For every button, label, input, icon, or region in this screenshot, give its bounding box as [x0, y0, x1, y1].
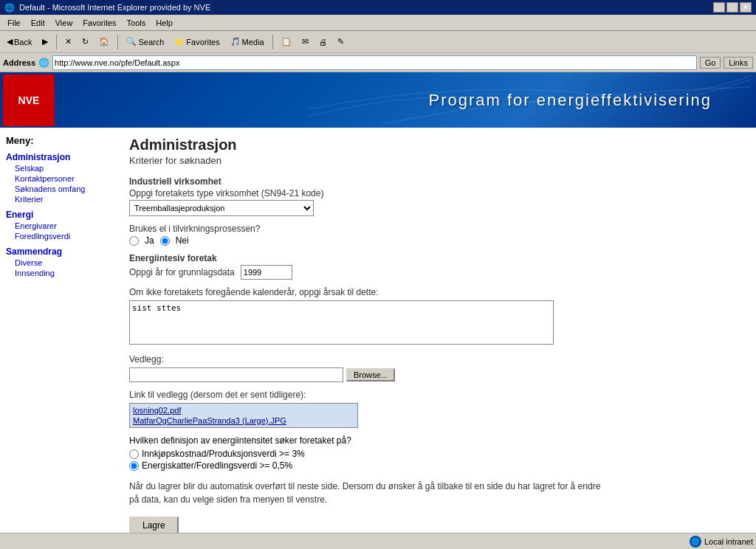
print-button[interactable]: 🖨	[315, 36, 331, 48]
title-bar-left: 🌐 Default - Microsoft Internet Explorer …	[4, 3, 210, 13]
sidebar-item-sammendrag[interactable]: Sammendrag	[6, 246, 109, 257]
sidebar-link-kontaktpersoner[interactable]: Kontaktpersoner	[6, 174, 109, 183]
textarea-wrap: sist sttes	[129, 300, 741, 347]
mail-button[interactable]: ✉	[298, 35, 312, 48]
title-bar-buttons[interactable]: _ □ ✕	[713, 2, 752, 13]
title-bar: 🌐 Default - Microsoft Internet Explorer …	[0, 0, 756, 15]
grunnlagsdata-label: Oppgi år for grunnlagsdata	[129, 267, 235, 277]
toolbar-separator-2	[117, 35, 118, 49]
address-input-wrap	[52, 55, 697, 70]
menu-view[interactable]: View	[51, 18, 78, 28]
virksomhet-select[interactable]: Treemballasjeproduksjon	[129, 200, 314, 216]
industrial-section: Industriell virksomhet Oppgi foretakets …	[129, 176, 741, 216]
el-nei-label: Nei	[176, 235, 189, 246]
home-button[interactable]: 🏠	[95, 35, 113, 48]
el-label: Brukes el i tilvirkningsprosessen?	[129, 224, 741, 234]
sidebar-item-energi[interactable]: Energi	[6, 210, 109, 220]
address-bar: Address 🌐 Go Links	[0, 53, 756, 72]
vedlegg-section: Vedlegg: Browse...	[129, 354, 741, 382]
status-right-text: Local intranet	[704, 537, 753, 544]
foregaende-label: Om ikke foretakets foregående kalenderår…	[129, 287, 741, 297]
definition-label: Hvilken definisjon av energiintensitet s…	[129, 435, 741, 446]
status-right: 🌐 Local intranet	[690, 536, 753, 544]
nve-logo: NVE	[3, 75, 55, 126]
address-globe-icon: 🌐	[38, 58, 49, 68]
main-layout: Meny: Administrasjon Selskap Kontaktpers…	[0, 128, 756, 543]
local-intranet-icon: 🌐	[690, 536, 701, 544]
virksomhet-label: Oppgi foretakets type virksomhet (SN94-2…	[129, 188, 741, 198]
toolbar: ◀ Back ▶ ✕ ↻ 🏠 🔍 Search ⭐ Favorites 🎵 Me…	[0, 31, 756, 53]
link-list-item-0[interactable]: losning02.pdf	[131, 405, 356, 415]
el-ja-label: Ja	[145, 235, 154, 246]
sidebar-link-foredlingsverdi[interactable]: Foredlingsverdi	[6, 232, 109, 241]
file-input-row: Browse...	[129, 367, 741, 382]
definition-option2-radio[interactable]	[129, 461, 139, 471]
header-title: Program for energieffektivisering	[428, 91, 712, 110]
el-nei-radio[interactable]	[160, 236, 170, 246]
menu-file[interactable]: File	[3, 18, 25, 28]
definition-option1-radio[interactable]	[129, 449, 139, 459]
grunnlagsdata-input[interactable]	[241, 265, 292, 280]
sidebar-link-innsending[interactable]: Innsending	[6, 269, 109, 277]
el-section: Brukes el i tilvirkningsprosessen? Ja Ne…	[129, 224, 741, 246]
sidebar-link-soknadens-omfang[interactable]: Søknadens omfang	[6, 184, 109, 193]
title-bar-icon: 🌐	[4, 3, 15, 13]
close-button[interactable]: ✕	[740, 2, 752, 13]
favorites-button[interactable]: ⭐ Favorites	[171, 35, 223, 48]
foregaende-section: Om ikke foretakets foregående kalenderår…	[129, 287, 741, 347]
sidebar-link-diverse[interactable]: Diverse	[6, 258, 109, 267]
go-button[interactable]: Go	[700, 57, 721, 69]
definition-option1-row: Innkjøpskostnad/Produksjonsverdi >= 3%	[129, 449, 741, 459]
content-area: Administrasjon Kriterier for søknaden In…	[114, 128, 756, 543]
industrial-header: Industriell virksomhet	[129, 176, 741, 187]
page-title: Administrasjon	[129, 137, 741, 153]
stop-button[interactable]: ✕	[61, 35, 75, 48]
nve-logo-text: NVE	[18, 94, 40, 106]
back-button[interactable]: ◀ Back	[3, 35, 35, 48]
maximize-button[interactable]: □	[726, 2, 738, 13]
el-ja-radio[interactable]	[129, 236, 139, 246]
sidebar: Meny: Administrasjon Selskap Kontaktpers…	[0, 128, 114, 543]
refresh-button[interactable]: ↻	[78, 35, 92, 48]
energiintesiv-header: Energiintesiv foretak	[129, 253, 741, 263]
history-button[interactable]: 📋	[278, 35, 295, 48]
title-bar-text: Default - Microsoft Internet Explorer pr…	[19, 3, 210, 12]
menu-edit[interactable]: Edit	[27, 18, 49, 28]
sidebar-menu-title: Meny:	[6, 135, 109, 146]
minimize-button[interactable]: _	[713, 2, 725, 13]
toolbar-separator-3	[272, 35, 273, 49]
page-subtitle: Kriterier for søknaden	[129, 155, 741, 166]
el-radio-group: Ja Nei	[129, 235, 741, 246]
save-button[interactable]: Lagre	[129, 517, 179, 534]
menu-help[interactable]: Help	[151, 18, 177, 28]
vedlegg-input[interactable]	[129, 367, 343, 382]
address-input[interactable]	[55, 58, 695, 67]
address-label: Address	[3, 58, 35, 67]
links-button[interactable]: Links	[724, 57, 753, 69]
search-button[interactable]: 🔍 Search	[123, 35, 168, 48]
forward-button[interactable]: ▶	[38, 35, 52, 48]
sidebar-item-administrasjon[interactable]: Administrasjon	[6, 152, 109, 162]
status-bar: 🌐 Local intranet	[0, 533, 756, 543]
sidebar-link-energivarer[interactable]: Energivarer	[6, 221, 109, 230]
toolbar-separator-1	[56, 35, 57, 49]
definition-section: Hvilken definisjon av energiintensitet s…	[129, 435, 741, 471]
definition-option2-row: Energiskatter/Foredlingsverdi >= 0,5%	[129, 460, 741, 471]
edit-button[interactable]: ✎	[334, 35, 348, 48]
link-list: losning02.pdf MatfarOgCharliePaaStranda3…	[129, 403, 358, 428]
browse-button[interactable]: Browse...	[346, 368, 395, 381]
foregaende-textarea[interactable]: sist sttes	[129, 300, 554, 345]
vedlegg-label: Vedlegg:	[129, 354, 741, 365]
link-vedlegg-label: Link til vedlegg (dersom det er sent tid…	[129, 390, 741, 400]
link-vedlegg-section: Link til vedlegg (dersom det er sent tid…	[129, 390, 741, 428]
menu-tools[interactable]: Tools	[123, 18, 151, 28]
info-text: Når du lagrer blir du automatisk overfør…	[129, 480, 602, 506]
header-banner: NVE Program for energieffektivisering	[0, 72, 756, 128]
link-list-item-1[interactable]: MatfarOgCharliePaaStranda3 (Large).JPG	[131, 415, 356, 426]
menu-favorites[interactable]: Favorites	[78, 18, 120, 28]
media-button[interactable]: 🎵 Media	[227, 35, 268, 48]
energiintesiv-section: Energiintesiv foretak Oppgi år for grunn…	[129, 253, 741, 280]
sidebar-link-selskap[interactable]: Selskap	[6, 164, 109, 173]
definition-option1-label: Innkjøpskostnad/Produksjonsverdi >= 3%	[142, 449, 305, 459]
sidebar-link-kriterier[interactable]: Kriterier	[6, 195, 109, 204]
